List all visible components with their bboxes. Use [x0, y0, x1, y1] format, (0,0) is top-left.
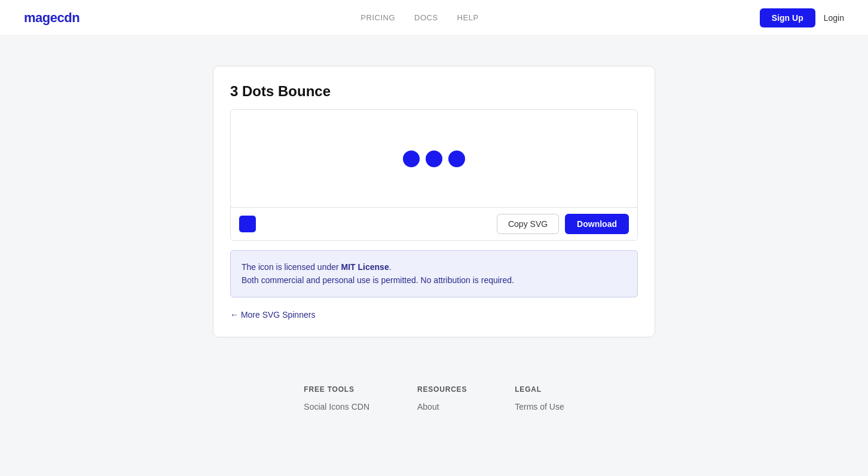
dot-1 — [403, 151, 420, 167]
color-picker-button[interactable] — [239, 216, 256, 232]
license-name: MIT License — [341, 262, 389, 272]
footer-link-about[interactable]: About — [417, 402, 467, 411]
dot-2 — [426, 151, 442, 167]
main-content: 3 Dots Bounce Copy SVG Download — [0, 36, 868, 361]
nav-links: PRICING DOCS HELP — [360, 13, 478, 22]
license-suffix: . — [389, 262, 392, 272]
nav-help[interactable]: HELP — [457, 13, 479, 22]
toolbar-buttons: Copy SVG Download — [497, 214, 629, 234]
page-title: 3 Dots Bounce — [230, 83, 638, 100]
footer-link-terms[interactable]: Terms of Use — [515, 402, 564, 411]
preview-toolbar: Copy SVG Download — [231, 207, 637, 240]
footer-link-social-icons[interactable]: Social Icons CDN — [304, 402, 369, 411]
footer-col-legal: LEGAL Terms of Use — [515, 385, 564, 416]
footer-col-resources: RESOURCES About — [417, 385, 467, 416]
dot-3 — [448, 151, 465, 167]
footer-col-title-resources: RESOURCES — [417, 385, 467, 394]
footer-col-free-tools: FREE TOOLS Social Icons CDN — [304, 385, 369, 416]
footer: FREE TOOLS Social Icons CDN RESOURCES Ab… — [0, 361, 868, 434]
dots-animation — [403, 151, 465, 167]
nav-docs[interactable]: DOCS — [414, 13, 438, 22]
login-button[interactable]: Login — [824, 13, 844, 23]
license-box: The icon is licensed under MIT License. … — [230, 250, 638, 297]
footer-col-title-free-tools: FREE TOOLS — [304, 385, 369, 394]
license-text: The icon is licensed under MIT License. … — [242, 260, 626, 287]
footer-col-title-legal: LEGAL — [515, 385, 564, 394]
site-logo: magecdn — [24, 10, 80, 26]
animation-area — [231, 110, 637, 207]
nav-pricing[interactable]: PRICING — [360, 13, 395, 22]
license-line2: Both commercial and personal use is perm… — [242, 275, 514, 285]
license-prefix: The icon is licensed under — [242, 262, 341, 272]
back-link[interactable]: ← More SVG Spinners — [230, 310, 315, 320]
signup-button[interactable]: Sign Up — [760, 8, 815, 27]
download-button[interactable]: Download — [565, 214, 629, 234]
preview-box: Copy SVG Download — [230, 109, 638, 241]
navbar: magecdn PRICING DOCS HELP Sign Up Login — [0, 0, 868, 36]
footer-inner: FREE TOOLS Social Icons CDN RESOURCES Ab… — [304, 385, 564, 416]
copy-svg-button[interactable]: Copy SVG — [497, 214, 559, 234]
spinner-card: 3 Dots Bounce Copy SVG Download — [213, 66, 655, 337]
nav-actions: Sign Up Login — [760, 8, 844, 27]
